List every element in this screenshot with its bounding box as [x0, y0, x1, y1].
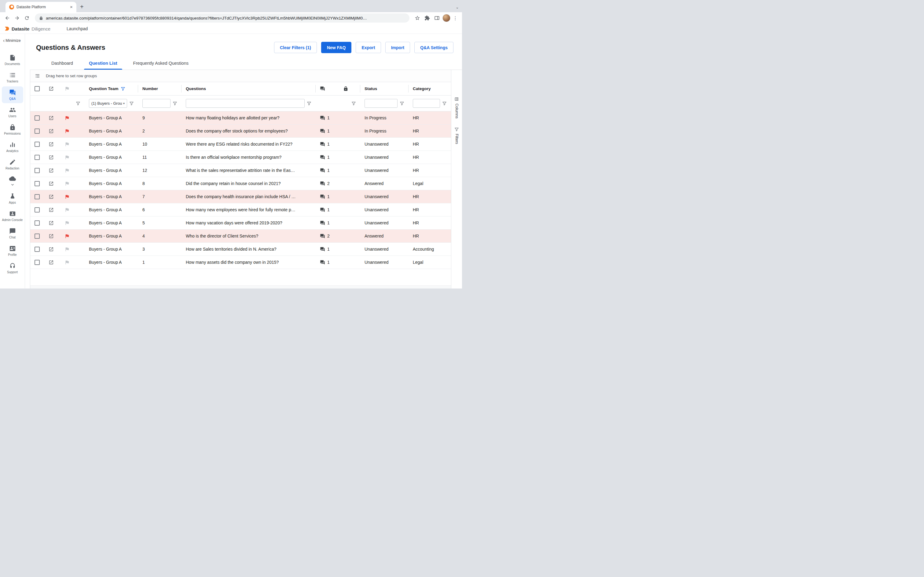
- open-question-icon[interactable]: [48, 115, 54, 121]
- table-row[interactable]: Buyers - Group A 8 Did the company retai…: [30, 177, 451, 190]
- table-row[interactable]: Buyers - Group A 10 Were there any ESG r…: [30, 138, 451, 151]
- number-filter-input[interactable]: [142, 99, 171, 108]
- sidebar-item-redaction[interactable]: Redaction: [2, 156, 23, 173]
- new-faq-button[interactable]: New FAQ: [321, 42, 351, 53]
- team-filter-select[interactable]: (1) Buyers - Group A ▾: [89, 99, 127, 108]
- questions-filter-funnel-icon[interactable]: [307, 101, 311, 106]
- flag-icon[interactable]: [65, 155, 69, 160]
- row-checkbox[interactable]: [34, 168, 40, 173]
- tab-faq[interactable]: Frequently Asked Questions: [125, 57, 197, 69]
- row-checkbox[interactable]: [34, 155, 40, 160]
- columns-panel-toggle[interactable]: Columns: [454, 97, 459, 118]
- open-question-icon[interactable]: [48, 155, 54, 160]
- status-filter-input[interactable]: [365, 99, 397, 108]
- header-question-team[interactable]: Question Team: [85, 82, 138, 95]
- flag-icon[interactable]: [65, 207, 69, 213]
- tab-close-icon[interactable]: ×: [69, 5, 74, 10]
- open-question-icon[interactable]: [48, 260, 54, 265]
- flag-icon[interactable]: [65, 221, 69, 226]
- browser-tab[interactable]: Datasite Platform ×: [5, 2, 76, 12]
- table-row[interactable]: Buyers - Group A 1 How many assets did t…: [30, 256, 451, 269]
- sidebar-item-documents[interactable]: Documents: [2, 52, 23, 68]
- header-questions[interactable]: Questions: [181, 82, 316, 95]
- flag-icon[interactable]: [65, 260, 69, 265]
- header-number[interactable]: Number: [138, 82, 181, 95]
- forward-button[interactable]: [13, 14, 21, 22]
- row-checkbox[interactable]: [34, 221, 40, 226]
- flag-icon[interactable]: [65, 129, 69, 134]
- row-checkbox[interactable]: [34, 260, 40, 265]
- sidebar-item-profile[interactable]: Profile: [2, 242, 23, 259]
- sidebar-item-permissions[interactable]: Permissions: [2, 121, 23, 138]
- table-row[interactable]: Buyers - Group A 5 How many vacation day…: [30, 216, 451, 230]
- extensions-puzzle-icon[interactable]: [423, 14, 431, 22]
- category-filter-funnel-icon[interactable]: [442, 101, 447, 106]
- open-question-icon[interactable]: [48, 181, 54, 186]
- row-group-dropzone[interactable]: Drag here to set row groups: [30, 70, 451, 82]
- row-checkbox[interactable]: [34, 234, 40, 239]
- cell-replies[interactable]: 1: [316, 216, 339, 229]
- active-filter-funnel-icon[interactable]: [121, 86, 125, 91]
- questions-filter-input[interactable]: [186, 99, 305, 108]
- cell-replies[interactable]: 1: [316, 203, 339, 216]
- cell-replies[interactable]: 1: [316, 243, 339, 256]
- tab-dashboard[interactable]: Dashboard: [44, 57, 81, 69]
- sidebar-item-users[interactable]: Users: [2, 104, 23, 121]
- table-row[interactable]: Buyers - Group A 2 Does the company offe…: [30, 124, 451, 138]
- header-status[interactable]: Status: [360, 82, 409, 95]
- status-filter-funnel-icon[interactable]: [400, 101, 404, 106]
- row-checkbox[interactable]: [34, 129, 40, 134]
- number-filter-funnel-icon[interactable]: [173, 101, 177, 106]
- sidebar-item-admin-console[interactable]: Admin Console: [2, 208, 23, 224]
- flag-icon[interactable]: [65, 115, 69, 121]
- table-row[interactable]: Buyers - Group A 7 Does the company heal…: [30, 190, 451, 203]
- url-bar[interactable]: americas.datasite.com/platform/container…: [35, 13, 409, 23]
- open-question-icon[interactable]: [48, 142, 54, 147]
- cell-replies[interactable]: 2: [316, 230, 339, 242]
- row-checkbox[interactable]: [34, 207, 40, 213]
- sidebar-item-apps[interactable]: Apps: [2, 190, 23, 207]
- browser-profile-avatar[interactable]: [443, 14, 451, 22]
- team-filter-funnel-icon[interactable]: [129, 101, 134, 106]
- flag-icon[interactable]: [65, 194, 69, 199]
- category-filter-input[interactable]: [413, 99, 440, 108]
- open-question-icon[interactable]: [48, 194, 54, 199]
- cell-replies[interactable]: 1: [316, 138, 339, 150]
- cell-replies[interactable]: 2: [316, 177, 339, 190]
- sidebar-more-tools[interactable]: [9, 173, 16, 190]
- cell-replies[interactable]: 1: [316, 111, 339, 124]
- sidebar-item-support[interactable]: Support: [2, 260, 23, 277]
- row-checkbox[interactable]: [34, 115, 40, 121]
- open-question-icon[interactable]: [48, 168, 54, 173]
- header-select-all[interactable]: [30, 82, 44, 95]
- table-row[interactable]: Buyers - Group A 4 Who is the director o…: [30, 230, 451, 243]
- sidebar-item-qa[interactable]: Q&A: [2, 86, 23, 103]
- browser-menu-kebab-icon[interactable]: ⋮: [452, 15, 459, 21]
- row-checkbox[interactable]: [34, 142, 40, 147]
- tab-search-chevron-icon[interactable]: ⌄: [456, 5, 459, 9]
- cell-replies[interactable]: 1: [316, 164, 339, 177]
- minimize-button[interactable]: ‹ Minimize: [0, 36, 24, 45]
- qa-settings-button[interactable]: Q&A Settings: [414, 42, 454, 53]
- cell-replies[interactable]: 1: [316, 124, 339, 137]
- side-panel-icon[interactable]: [433, 14, 441, 22]
- import-button[interactable]: Import: [385, 42, 410, 53]
- clear-filters-button[interactable]: Clear Filters (1): [274, 42, 317, 53]
- open-question-icon[interactable]: [48, 247, 54, 252]
- header-replies[interactable]: [316, 82, 339, 95]
- table-row[interactable]: Buyers - Group A 11 Is there an official…: [30, 151, 451, 164]
- row-checkbox[interactable]: [34, 247, 40, 252]
- table-row[interactable]: Buyers - Group A 3 How are Sales territo…: [30, 243, 451, 256]
- cell-replies[interactable]: 1: [316, 256, 339, 269]
- export-button[interactable]: Export: [356, 42, 381, 53]
- lock-filter-funnel-icon[interactable]: [351, 101, 356, 106]
- table-row[interactable]: Buyers - Group A 12 What is the sales re…: [30, 164, 451, 177]
- select-all-checkbox[interactable]: [34, 86, 40, 91]
- table-row[interactable]: Buyers - Group A 6 How many new employee…: [30, 203, 451, 216]
- tab-question-list[interactable]: Question List: [81, 57, 125, 69]
- open-question-icon[interactable]: [48, 207, 54, 213]
- launchpad-link[interactable]: Launchpad: [66, 26, 88, 31]
- sidebar-item-analytics[interactable]: Analytics: [2, 139, 23, 155]
- flag-icon[interactable]: [65, 142, 69, 147]
- open-question-icon[interactable]: [48, 234, 54, 239]
